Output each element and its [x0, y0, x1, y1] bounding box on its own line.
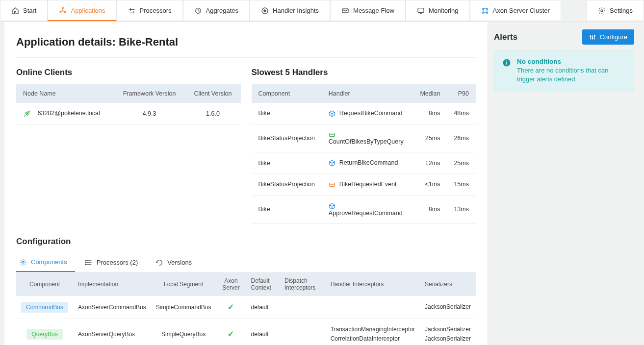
nav-start[interactable]: Start [0, 0, 48, 21]
cfg-handler-interceptors [326, 296, 420, 319]
nav-aggregates[interactable]: Aggregates [183, 0, 250, 21]
configuration-tabs: Components Processors (2) Versions [16, 254, 476, 272]
top-navbar: Start Applications Processors Aggregates… [0, 0, 644, 22]
table-row[interactable]: CommandBusAxonServerCommandBusSimpleComm… [16, 296, 476, 319]
handler-name: CountOfBikesByTypeQuery [329, 138, 404, 145]
nav-message-flow[interactable]: Message Flow [330, 0, 406, 21]
handler-name: BikeRequestedEvent [339, 181, 397, 188]
th-client-version: Client Version [185, 84, 241, 103]
svg-point-20 [592, 37, 592, 38]
cfg-local-segment: SimpleQueryBus [151, 319, 216, 345]
main-content: Application details: Bike-Rental Online … [4, 22, 488, 345]
check-icon: ✓ [228, 303, 234, 311]
client-version: 1.6.0 [185, 103, 241, 125]
handler-component: Bike [252, 152, 322, 174]
handler-name: ApproveRequestCommand [329, 210, 403, 217]
tab-versions-label: Versions [167, 259, 192, 266]
nav-axon-server-cluster[interactable]: Axon Server Cluster [470, 0, 561, 21]
th-handler: Handler [322, 84, 413, 103]
cfg-default-context: default [246, 319, 280, 345]
table-row[interactable]: QueryBusAxonServerQueryBusSimpleQueryBus… [16, 319, 476, 345]
info-icon [502, 58, 511, 67]
handler-p90: 25ms [447, 152, 476, 174]
nav-monitoring[interactable]: Monitoring [406, 0, 470, 21]
alert-box-title: No conditions [517, 58, 626, 65]
nav-applications-label: Applications [71, 7, 105, 14]
handler-component: Bike [252, 103, 322, 124]
table-row[interactable]: BikeStatusProjectionBikeRequestedEvent<1… [252, 174, 476, 196]
nav-settings[interactable]: Settings [587, 0, 644, 21]
nav-axon-server-cluster-label: Axon Server Cluster [493, 7, 550, 14]
handler-median: 12ms [413, 152, 447, 174]
nav-monitoring-label: Monitoring [429, 7, 459, 14]
handler-component: BikeStatusProjection [252, 174, 322, 196]
handler-p90: 48ms [447, 103, 476, 124]
th-cfg-implementation: Implementation [73, 272, 151, 296]
handler-p90: 26ms [447, 124, 476, 152]
nav-processors-label: Processors [140, 7, 172, 14]
svg-point-18 [85, 264, 85, 265]
slowest-handlers-table: Component Handler Median P90 BikeRequest… [252, 84, 476, 224]
nav-applications[interactable]: Applications [48, 0, 116, 21]
nav-start-label: Start [23, 7, 36, 14]
table-row[interactable]: BikeStatusProjectionCountOfBikesByTypeQu… [252, 124, 476, 152]
nav-message-flow-label: Message Flow [353, 7, 394, 14]
svg-point-8 [482, 8, 484, 9]
svg-rect-23 [506, 62, 507, 65]
versions-icon [155, 259, 163, 267]
nav-processors[interactable]: Processors [117, 0, 183, 21]
gear-icon [598, 7, 606, 15]
th-component: Component [252, 84, 322, 103]
tab-processors[interactable]: Processors (2) [82, 254, 146, 272]
cluster-icon [481, 7, 489, 15]
aggregates-icon [194, 7, 202, 15]
nav-handler-insights-label: Handler Insights [273, 7, 319, 14]
handler-median: 25ms [413, 124, 447, 152]
handler-name: ReturnBikeCommand [339, 159, 398, 166]
th-cfg-default-context: Default Context [246, 272, 280, 296]
framework-version: 4.9.3 [114, 103, 185, 125]
tab-components[interactable]: Components [16, 254, 75, 272]
cfg-implementation: AxonServerQueryBus [73, 319, 151, 345]
nav-aggregates-label: Aggregates [206, 7, 239, 14]
cfg-serializers: JacksonSerializer [420, 296, 476, 319]
table-row[interactable]: BikeRequestBikeCommand8ms48ms [252, 103, 476, 124]
nav-handler-insights[interactable]: Handler Insights [250, 0, 330, 21]
th-cfg-local-segment: Local Segment [151, 272, 216, 296]
th-cfg-component: Component [16, 272, 73, 296]
handler-median: 8ms [413, 195, 447, 223]
home-icon [11, 7, 19, 15]
nav-settings-label: Settings [610, 7, 633, 14]
svg-point-0 [62, 7, 64, 9]
configure-button-label: Configure [600, 33, 627, 41]
applications-icon [59, 6, 67, 14]
th-p90: P90 [447, 84, 476, 103]
list-icon [85, 259, 93, 267]
slowest-handlers-title: Slowest 5 Handlers [252, 68, 476, 77]
cfg-default-context: default [246, 296, 280, 319]
table-row[interactable]: BikeReturnBikeCommand12ms25ms [252, 152, 476, 174]
insights-icon [261, 7, 269, 15]
monitoring-icon [417, 7, 425, 15]
th-framework-version: Framework Version [114, 84, 185, 103]
th-cfg-handler-interceptors: Handler Interceptors [326, 272, 420, 296]
cube-blue-icon [329, 203, 335, 210]
handler-p90: 15ms [447, 174, 476, 196]
configure-button[interactable]: Configure [582, 29, 634, 45]
plug-icon [23, 110, 31, 118]
svg-point-15 [22, 261, 24, 263]
table-row[interactable]: 63202@pokelene.local 4.9.3 1.6.0 [16, 103, 241, 125]
navbar-spacer [561, 0, 587, 21]
cube-blue-icon [329, 110, 335, 117]
component-badge: QueryBus [26, 329, 62, 340]
cfg-dispatch-interceptors [280, 319, 326, 345]
th-cfg-serializers: Serializers [420, 272, 476, 296]
cfg-implementation: AxonServerCommandBus [73, 296, 151, 319]
tab-versions[interactable]: Versions [153, 254, 200, 272]
configuration-table: Component Implementation Local Segment A… [16, 272, 476, 345]
svg-point-19 [590, 36, 591, 37]
table-row[interactable]: BikeApproveRequestCommand8ms13ms [252, 195, 476, 223]
sliders-icon [589, 34, 596, 41]
alert-info-box: No conditions There are no conditions th… [494, 50, 634, 91]
handler-median: <1ms [413, 174, 447, 196]
